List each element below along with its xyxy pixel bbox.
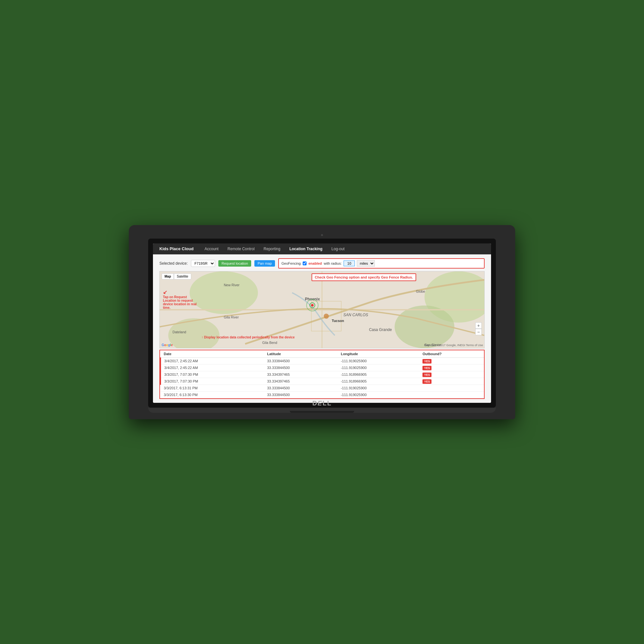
screen: Kids Place Cloud Account Remote Control … <box>153 243 491 403</box>
table-row: 3/3/2017, 7:07:30 PM33.334397465-111.918… <box>161 371 484 378</box>
col-outbound: Outbound? <box>419 350 484 358</box>
cell-longitude: -111.919025900 <box>337 357 419 364</box>
cell-outbound <box>419 391 484 398</box>
table-row: 3/4/2017, 2:45:22 AM33.333844500-111.919… <box>161 357 484 364</box>
cell-latitude: 33.333844500 <box>264 384 337 391</box>
geo-warning: Check Geo Fencing option and specify Geo… <box>311 273 416 281</box>
cell-longitude: -111.919025900 <box>337 391 419 398</box>
col-date: Date <box>161 350 264 358</box>
location-data-table: Date Latitude Longitude Outbound? 3/4/20… <box>160 350 484 398</box>
cell-longitude: -111.918966905 <box>337 371 419 378</box>
nav-location-tracking[interactable]: Location Tracking <box>288 246 324 252</box>
map-tab-satellite[interactable]: Satellite <box>174 273 191 279</box>
cell-longitude: -111.919025900 <box>337 384 419 391</box>
svg-text:Dateland: Dateland <box>173 330 186 334</box>
map-tabs: Map Satellite <box>162 273 191 279</box>
svg-text:Globe: Globe <box>416 289 425 293</box>
svg-point-3 <box>394 305 454 348</box>
cell-outbound: YES <box>419 364 484 371</box>
geofence-with-text: with radius: <box>324 261 342 265</box>
svg-text:Gila River: Gila River <box>224 315 239 319</box>
zoom-out-button[interactable]: − <box>475 329 482 335</box>
geofence-label: GeoFencing <box>281 261 301 265</box>
table-row: 3/4/2017, 2:45:22 AM33.333844500-111.919… <box>161 364 484 371</box>
tucson-label: Tucson <box>332 319 344 323</box>
geofence-checkbox[interactable] <box>303 261 307 265</box>
table-header-row: Date Latitude Longitude Outbound? <box>161 350 484 358</box>
geofence-area: GeoFencing enabled with radius: miles km <box>278 258 485 269</box>
cell-outbound: YES <box>419 378 484 384</box>
svg-text:SAN CARLOS: SAN CARLOS <box>343 312 368 317</box>
request-location-annotation: ↙ Tap on Request Location to request dev… <box>163 289 198 309</box>
annotation-arrow-left: ↙ <box>163 289 167 295</box>
outbound-badge: YES <box>422 366 431 370</box>
cell-outbound: YES <box>419 357 484 364</box>
map-tab-map[interactable]: Map <box>162 273 174 279</box>
location-marker <box>306 299 319 313</box>
annotation-arrow-bottom: ↑ <box>202 336 203 339</box>
screen-bezel: Kids Place Cloud Account Remote Control … <box>148 239 496 408</box>
svg-point-20 <box>311 304 314 307</box>
geofence-enabled-text: enabled <box>308 261 322 265</box>
data-table-container: Date Latitude Longitude Outbound? 3/4/20… <box>159 350 485 399</box>
outbound-badge: YES <box>422 373 431 377</box>
cell-latitude: 33.333844500 <box>264 364 337 371</box>
pan-map-button[interactable]: Pan map <box>254 260 275 267</box>
cell-date: 3/3/2017, 6:13:31 PM <box>161 384 264 391</box>
controls-row: Selected device: F719SR Request location… <box>159 258 485 269</box>
table-row: 3/3/2017, 6:13:31 PM33.333844500-111.919… <box>161 384 484 391</box>
camera-dot <box>321 234 323 236</box>
cell-longitude: -111.918966905 <box>337 378 419 384</box>
col-latitude: Latitude <box>264 350 337 358</box>
cell-latitude: 33.334397465 <box>264 371 337 378</box>
outbound-badge: YES <box>422 379 431 384</box>
cell-date: 3/4/2017, 2:45:22 AM <box>161 357 264 364</box>
cell-latitude: 33.333844500 <box>264 391 337 398</box>
zoom-controls: + − <box>475 322 482 335</box>
cell-outbound: YES <box>419 371 484 378</box>
cell-latitude: 33.333844500 <box>264 357 337 364</box>
laptop-container: Kids Place Cloud Account Remote Control … <box>129 225 515 419</box>
nav-account[interactable]: Account <box>203 246 220 252</box>
laptop-body: Kids Place Cloud Account Remote Control … <box>129 225 515 419</box>
zoom-in-button[interactable]: + <box>475 322 482 329</box>
annotation-text-bottom: Display location data collected periodic… <box>204 336 295 339</box>
svg-text:Casa Grande: Casa Grande <box>369 327 392 332</box>
table-row: 3/3/2017, 7:07:30 PM33.334397465-111.918… <box>161 378 484 384</box>
geofence-radius-input[interactable] <box>344 260 355 266</box>
table-body: 3/4/2017, 2:45:22 AM33.333844500-111.919… <box>161 357 484 398</box>
svg-text:New River: New River <box>224 283 240 287</box>
cell-date: 3/3/2017, 6:13:30 PM <box>161 391 264 398</box>
device-select[interactable]: F719SR <box>191 260 215 267</box>
cell-latitude: 33.334397465 <box>264 378 337 384</box>
main-content: Selected device: F719SR Request location… <box>153 254 491 403</box>
cell-outbound <box>419 384 484 391</box>
navbar: Kids Place Cloud Account Remote Control … <box>153 243 491 254</box>
cell-date: 3/3/2017, 7:07:30 PM <box>161 371 264 378</box>
display-data-annotation: ↑ Display location data collected period… <box>202 336 295 339</box>
nav-remote-control[interactable]: Remote Control <box>226 246 256 252</box>
nav-logout[interactable]: Log-out <box>330 246 346 252</box>
google-logo: Google <box>162 343 173 347</box>
nav-reporting[interactable]: Reporting <box>262 246 282 252</box>
svg-point-1 <box>190 271 258 314</box>
col-longitude: Longitude <box>337 350 419 358</box>
request-location-button[interactable]: Request location <box>218 260 251 267</box>
svg-point-7 <box>324 313 329 318</box>
cell-date: 3/4/2017, 2:45:22 AM <box>161 364 264 371</box>
table-row: 3/3/2017, 6:13:30 PM33.333844500-111.919… <box>161 391 484 398</box>
map-container[interactable]: Phoenix Casa Grande New River Globe Date… <box>159 271 485 348</box>
svg-text:Gila Bend: Gila Bend <box>262 341 277 345</box>
outbound-badge: YES <box>422 359 431 364</box>
dell-logo: DELL <box>312 400 332 407</box>
cell-date: 3/3/2017, 7:07:30 PM <box>161 378 264 384</box>
miles-select[interactable]: miles km <box>357 260 375 267</box>
cell-longitude: -111.919025900 <box>337 364 419 371</box>
map-attribution: Map data ©2017 Google, INEGI Terms of Us… <box>424 344 483 347</box>
nav-brand: Kids Place Cloud <box>159 246 194 251</box>
device-label: Selected device: <box>159 261 188 266</box>
annotation-text-left: Tap on Request Location to request devic… <box>163 295 196 309</box>
laptop-base: DELL <box>148 408 496 413</box>
